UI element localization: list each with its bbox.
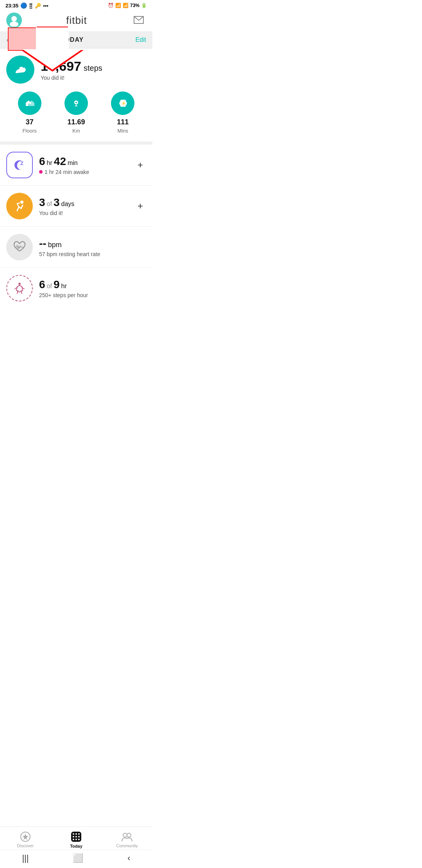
status-bar: 23:35 🔵 ⣿ 🔑 ••• ⏰ 📶 📶 73% 🔋 xyxy=(0,0,152,10)
svg-point-1 xyxy=(10,22,18,27)
activity-row[interactable]: 3 of 3 days You did it! + xyxy=(0,186,152,227)
heart-rate-icon xyxy=(6,234,33,260)
key-icon: 🔑 xyxy=(35,3,41,9)
back-button[interactable]: ‹ xyxy=(6,35,9,44)
detail-section: Z 6 hr 42 min 1 hr 24 min awake + xyxy=(0,145,152,308)
km-label: Km xyxy=(72,128,80,134)
sleep-min-label: min xyxy=(68,160,78,167)
date-nav-bar: ‹ TODAY Edit xyxy=(0,31,152,48)
steps-unit: steps xyxy=(84,64,102,73)
activity-unit: days xyxy=(61,201,75,208)
mins-value: 111 xyxy=(117,118,129,126)
alarm-icon: ⏰ xyxy=(108,3,114,8)
activity-of: of xyxy=(47,201,52,208)
heart-rate-row[interactable]: -- bpm 57 bpm resting heart rate xyxy=(0,227,152,268)
time-display: 23:35 xyxy=(5,3,18,9)
sleep-hours: 6 xyxy=(39,155,45,168)
steps-section: 14,697 steps You did it! 37 Floors xyxy=(0,48,152,142)
heart-rate-unit: bpm xyxy=(48,241,62,249)
sleep-mins: 42 xyxy=(54,155,66,168)
activity-total: 3 xyxy=(54,196,60,209)
heart-rate-current: -- xyxy=(39,237,46,250)
svg-point-9 xyxy=(75,102,77,103)
active-hours-of: of xyxy=(47,283,52,290)
wifi-icon: 📶 xyxy=(115,3,121,8)
steps-count: 14,697 xyxy=(41,59,81,74)
steps-sub: You did it! xyxy=(41,75,102,81)
floors-value: 37 xyxy=(26,118,34,126)
activity-add-button[interactable]: + xyxy=(134,199,146,213)
steps-icon[interactable] xyxy=(6,56,34,84)
pokemon-go-icon: 🔵 xyxy=(20,2,27,9)
km-value: 11.69 xyxy=(67,118,85,126)
sleep-sub: 1 hr 24 min awake xyxy=(39,169,128,175)
sleep-add-button[interactable]: + xyxy=(134,158,146,172)
activity-icon xyxy=(6,193,33,219)
avatar[interactable] xyxy=(6,13,22,28)
activity-current: 3 xyxy=(39,196,45,209)
active-hours-current: 6 xyxy=(39,278,45,291)
app-title: fitbit xyxy=(66,14,87,27)
sleep-icon: Z xyxy=(6,152,33,178)
date-title: TODAY xyxy=(61,36,84,43)
active-hours-total: 9 xyxy=(54,278,60,291)
svg-point-0 xyxy=(11,16,17,22)
active-hours-row[interactable]: 6 of 9 hr 250+ steps per hour xyxy=(0,268,152,308)
svg-point-13 xyxy=(20,201,23,204)
heart-rate-sub: 57 bpm resting heart rate xyxy=(39,251,146,257)
signal-icon: 📶 xyxy=(123,3,129,8)
mins-metric[interactable]: ⚡ 111 Mins xyxy=(100,91,146,134)
floors-metric[interactable]: 37 Floors xyxy=(6,91,53,134)
battery-icon: 🔋 xyxy=(141,3,147,8)
section-divider-1 xyxy=(0,142,152,145)
more-icon: ••• xyxy=(43,3,48,9)
battery-text: 73% xyxy=(130,3,139,8)
active-hours-sub: 250+ steps per hour xyxy=(39,292,146,298)
edit-button[interactable]: Edit xyxy=(135,36,146,43)
activity-sub: You did it! xyxy=(39,210,128,216)
floors-label: Floors xyxy=(23,128,37,134)
sleep-hr-label: hr xyxy=(47,160,52,167)
mins-label: Mins xyxy=(118,128,128,134)
mail-button[interactable] xyxy=(131,13,146,28)
km-metric[interactable]: 11.69 Km xyxy=(53,91,99,134)
svg-text:⚡: ⚡ xyxy=(121,101,126,106)
svg-text:Z: Z xyxy=(20,160,23,166)
svg-point-14 xyxy=(18,283,21,285)
grid-icon: ⣿ xyxy=(29,3,33,9)
app-header: fitbit xyxy=(0,10,152,31)
awake-dot xyxy=(39,170,43,174)
active-hours-unit: hr xyxy=(61,283,67,290)
sleep-row[interactable]: Z 6 hr 42 min 1 hr 24 min awake + xyxy=(0,145,152,186)
active-hours-icon xyxy=(6,275,33,301)
